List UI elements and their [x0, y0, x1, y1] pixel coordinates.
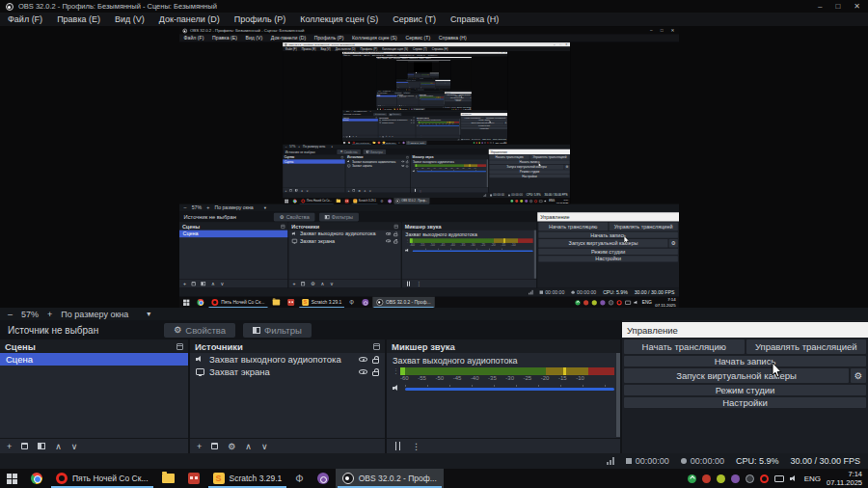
menu-edit[interactable]: Правка (E)	[212, 36, 237, 41]
start-virtual-camera-button[interactable]: Запуск виртуальной камеры	[624, 368, 849, 383]
tray-display-icon[interactable]	[625, 300, 631, 304]
tray-hidden-icons-button[interactable]	[474, 142, 475, 144]
clock[interactable]: 7:14 07.11.2025	[655, 297, 675, 307]
add-scene-button[interactable]: +	[183, 280, 186, 288]
taskbar-explorer[interactable]	[268, 297, 284, 308]
dock-menu-icon[interactable]	[281, 225, 285, 229]
menu-tools[interactable]: Сервис (T)	[393, 14, 436, 24]
visibility-icon[interactable]	[359, 369, 367, 374]
taskbar-phi-app[interactable]: Ф	[345, 297, 358, 308]
menu-profile[interactable]: Профиль (P)	[314, 36, 344, 41]
taskbar-phi-app[interactable]: Ф	[288, 469, 310, 488]
virtual-camera-settings-button[interactable]: ⚙	[669, 239, 678, 248]
tray-icon-grey[interactable]	[746, 474, 754, 483]
manage-broadcast-button[interactable]: Управлять трансляцией	[529, 155, 569, 160]
lock-icon[interactable]	[393, 233, 397, 236]
close-button[interactable]: ✕	[671, 27, 675, 34]
menu-help[interactable]: Справка (H)	[432, 47, 448, 50]
tray-display-icon[interactable]	[490, 142, 492, 143]
properties-button[interactable]: ⚙ Свойства	[164, 323, 235, 338]
virtual-camera-settings-button[interactable]: ⚙	[564, 165, 569, 170]
dock-menu-icon[interactable]	[176, 343, 183, 350]
visibility-icon[interactable]	[411, 120, 413, 121]
tray-display-icon[interactable]	[539, 200, 542, 202]
tray-icon-red[interactable]	[515, 200, 518, 203]
lock-icon[interactable]	[406, 161, 408, 163]
menu-profile[interactable]: Профиль (P)	[360, 47, 377, 50]
settings-button[interactable]: Настройки	[435, 85, 450, 86]
taskbar-opera-window[interactable]: Пять Ночей Со Ск...	[207, 297, 268, 308]
maximize-button[interactable]: □	[661, 27, 664, 34]
menu-tools[interactable]: Сервис (T)	[405, 36, 430, 41]
chevron-down-icon[interactable]: ▾	[264, 205, 266, 210]
chevron-down-icon[interactable]: ▾	[147, 310, 150, 318]
properties-button[interactable]: ⚙ Свойства	[337, 149, 360, 154]
volume-slider[interactable]	[405, 385, 614, 392]
menu-view[interactable]: Вид (V)	[115, 14, 145, 24]
add-scene-button[interactable]: +	[7, 439, 12, 454]
advanced-audio-button[interactable]	[406, 282, 411, 286]
mixer-grip-icon[interactable]: ⋮⋮	[393, 367, 397, 382]
lock-icon[interactable]	[372, 359, 379, 364]
mute-toggle-icon[interactable]	[413, 170, 416, 173]
menu-profile[interactable]: Профиль (P)	[234, 14, 285, 24]
scene-list-item[interactable]: Сцена	[342, 119, 378, 121]
add-source-button[interactable]: +	[197, 439, 202, 454]
menu-edit[interactable]: Правка (E)	[302, 47, 316, 50]
taskbar-viber[interactable]	[358, 297, 372, 308]
visibility-icon[interactable]	[386, 232, 391, 235]
source-list-item[interactable]: Захват экрана	[378, 122, 416, 123]
lock-icon[interactable]	[406, 166, 408, 168]
controls-dock-title[interactable]: Управление	[537, 212, 679, 221]
tray-volume-icon[interactable]	[634, 300, 638, 305]
settings-button[interactable]: Настройки	[461, 127, 507, 129]
menu-view[interactable]: Вид (V)	[246, 36, 263, 41]
taskbar-obs-window[interactable]: OBS 32.0.2 - Проф...	[336, 469, 444, 488]
zoom-out-button[interactable]: –	[8, 310, 13, 319]
lock-icon[interactable]	[418, 97, 419, 98]
remove-scene-button[interactable]	[21, 443, 28, 449]
taskbar-viber[interactable]	[311, 469, 336, 488]
source-list-item[interactable]: Захват экрана	[288, 237, 400, 244]
properties-button[interactable]: ⚙ Свойства	[274, 213, 314, 222]
language-indicator[interactable]: ENG	[642, 300, 652, 305]
start-streaming-button[interactable]: Начать трансляцию	[489, 155, 529, 160]
start-recording-button[interactable]: Начать запись	[538, 231, 677, 237]
source-up-button[interactable]: ∧	[320, 280, 324, 288]
tray-viber-icon[interactable]	[525, 200, 528, 203]
language-indicator[interactable]: ENG	[804, 474, 821, 483]
taskbar-opera-window[interactable]: Пять Ночей Со Ск...	[49, 469, 155, 488]
taskbar-game[interactable]	[284, 297, 298, 308]
menu-docks[interactable]: Док-панели (D)	[159, 14, 220, 24]
dock-menu-icon[interactable]	[373, 343, 380, 350]
taskbar-chrome[interactable]	[24, 469, 49, 488]
tray-icon-lime[interactable]	[478, 142, 480, 144]
close-button[interactable]: ✕	[854, 0, 860, 13]
mixer-grip-icon[interactable]: ⋮⋮	[413, 164, 415, 169]
settings-button[interactable]: Настройки	[538, 256, 677, 261]
scene-up-button[interactable]: ∧	[211, 280, 215, 288]
preview-canvas[interactable]	[414, 63, 432, 73]
tray-icon-lime[interactable]	[520, 200, 523, 203]
lock-icon[interactable]	[393, 240, 397, 243]
remove-scene-button[interactable]	[192, 282, 196, 285]
mute-toggle-icon[interactable]	[393, 384, 401, 393]
menu-file[interactable]: Файл (F)	[184, 36, 204, 41]
mixer-menu-button[interactable]: ⋮	[412, 439, 420, 454]
scene-list-item[interactable]: Сцена	[283, 159, 345, 163]
clock[interactable]: 7:14 07.11.2025	[827, 470, 862, 487]
tray-hidden-icons-button[interactable]	[575, 300, 580, 305]
tray-icon-lime[interactable]	[717, 474, 725, 483]
start-streaming-button[interactable]: Начать трансляцию	[538, 223, 608, 231]
start-streaming-button[interactable]: Начать трансляцию	[624, 339, 745, 354]
scene-list-item[interactable]: Сцена	[376, 95, 396, 96]
tray-hidden-icons-button[interactable]	[688, 474, 696, 483]
settings-button[interactable]: Настройки	[489, 175, 569, 178]
tray-opera-icon[interactable]	[487, 142, 489, 144]
taskbar-explorer[interactable]	[155, 469, 181, 488]
source-down-button[interactable]: ∨	[261, 439, 268, 454]
menu-view[interactable]: Вид (V)	[320, 47, 330, 50]
volume-slider[interactable]	[420, 124, 459, 125]
mixer-scrollbar[interactable]	[534, 230, 536, 279]
controls-dock-title[interactable]: Управление	[622, 322, 868, 338]
